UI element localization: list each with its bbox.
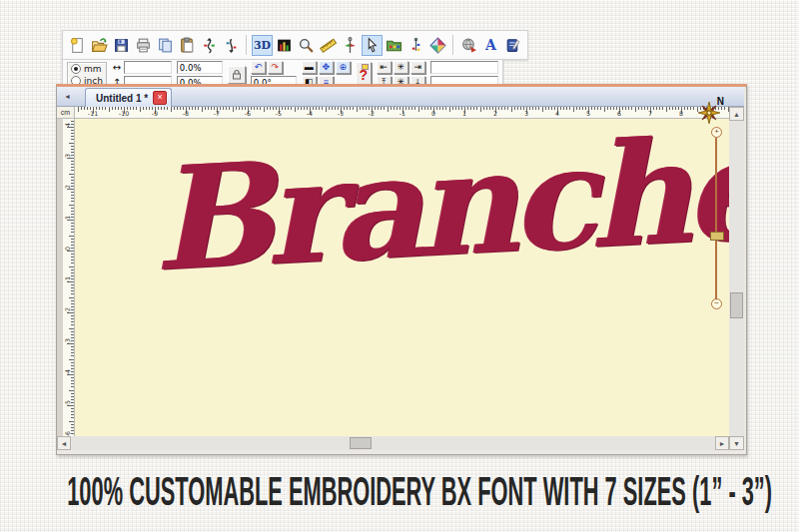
width-percent-input[interactable] [177, 61, 223, 74]
marketing-caption: 100% CUSTOMABLE EMBROIDERY BX FONT WITH … [0, 467, 799, 498]
design-text-object[interactable]: Branches [150, 119, 729, 290]
main-toolbar: 3D A [62, 30, 528, 60]
align-center-h-button[interactable]: ✳ [394, 61, 408, 74]
caption-text: 100% CUSTOMABLE EMBROIDERY BX FONT WITH … [67, 467, 772, 516]
ruler-unit-label: cm [57, 107, 75, 119]
document-window: ◂ Untitled 1 * × cm -11-10-9-8-7-6-5-4-3… [56, 84, 747, 455]
scroll-up-icon[interactable]: ▲ [729, 107, 744, 121]
save-icon[interactable] [111, 35, 132, 56]
compass-n-label: N [717, 96, 724, 107]
help-flag [362, 64, 369, 70]
tab-bar: ◂ Untitled 1 * × [57, 87, 744, 107]
lettering-icon[interactable]: A [480, 35, 501, 56]
scroll-left-icon[interactable]: ◄ [57, 436, 71, 450]
zoom-out-button[interactable]: − [711, 298, 722, 309]
design-map-icon[interactable] [427, 35, 448, 56]
design-notes-icon[interactable] [502, 35, 523, 56]
unit-mm-label: mm [84, 64, 102, 74]
width-input[interactable] [124, 61, 172, 74]
center-design-button[interactable]: ✥ [319, 61, 334, 74]
align-left-button[interactable]: ⇤ [377, 61, 392, 74]
unit-mm-radio[interactable]: mm [71, 64, 103, 74]
fit-hoop-button[interactable]: ⊕ [336, 61, 351, 74]
zoom-slider-handle[interactable] [710, 232, 724, 241]
zoom-slider: + − [709, 127, 723, 311]
help-label: ? [360, 68, 369, 82]
view-3d-button[interactable]: 3D [252, 35, 273, 56]
flip-thread-horizontal-icon[interactable] [221, 35, 242, 56]
flip-thread-vertical-icon[interactable] [199, 35, 220, 56]
copy-icon[interactable] [155, 35, 176, 56]
tab-close-icon[interactable]: × [153, 91, 167, 105]
rotate-right-button[interactable]: ↷ [268, 61, 283, 74]
design-canvas[interactable]: Branches [75, 119, 729, 436]
scroll-right-icon[interactable]: ► [715, 436, 729, 450]
north-compass-icon: N [696, 100, 722, 126]
color-palette-icon[interactable] [384, 35, 404, 56]
measure-tool-icon[interactable] [318, 35, 339, 56]
tab-scroll-left-button[interactable]: ◂ [61, 90, 74, 103]
tab-untitled-1[interactable]: Untitled 1 * × [85, 88, 172, 107]
pos-x-input[interactable] [430, 61, 498, 74]
zoom-slider-track [715, 138, 717, 300]
open-design-icon[interactable] [89, 35, 110, 56]
width-arrow-icon: ↔ [112, 62, 122, 73]
radio-dot [71, 64, 81, 74]
toolbar-separator [452, 35, 454, 55]
vertical-scrollbar[interactable]: ▲ ▼ [729, 107, 744, 450]
select-tool-icon[interactable] [362, 35, 383, 56]
toolbar-separator [246, 35, 248, 55]
align-right-button[interactable]: ⇥ [410, 61, 425, 74]
scroll-down-icon[interactable]: ▼ [729, 436, 744, 450]
vertical-ruler: 43210-1-2-3-4-5-6 [63, 119, 75, 436]
rotate-left-button[interactable]: ↶ [251, 61, 266, 74]
horizontal-scrollbar[interactable]: ◄ ► [57, 436, 729, 450]
vertical-scroll-thumb[interactable] [730, 292, 743, 318]
new-document-icon[interactable] [67, 35, 88, 56]
horizontal-ruler: -11-10-9-8-7-6-5-4-3-2-10123456789 [75, 107, 729, 119]
thread-settings-icon[interactable] [405, 35, 426, 56]
print-icon[interactable] [133, 35, 154, 56]
stitch-processor-icon[interactable] [458, 35, 479, 56]
flip-box-button[interactable]: ▬ [302, 61, 317, 74]
zoom-tool-icon[interactable] [296, 35, 317, 56]
thread-color-chart-icon[interactable] [274, 35, 295, 56]
hoop-needle-tool-icon[interactable] [340, 35, 361, 56]
zoom-in-button[interactable]: + [711, 127, 722, 138]
paste-icon[interactable] [177, 35, 198, 56]
tab-title: Untitled 1 * [96, 93, 148, 104]
horizontal-scroll-thumb[interactable] [350, 437, 372, 449]
lock-aspect-button[interactable] [228, 66, 246, 84]
